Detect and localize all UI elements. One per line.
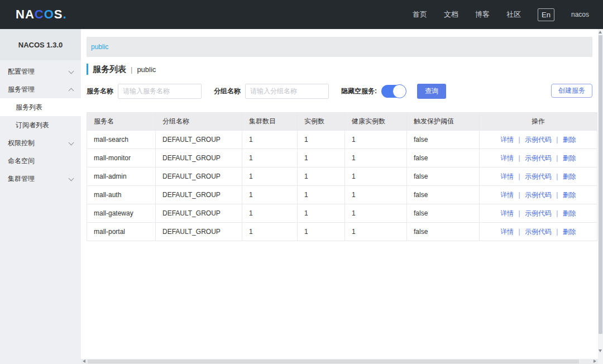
column-header-服务名: 服务名 (87, 113, 156, 131)
sidebar-subitem-订阅者列表[interactable]: 订阅者列表 (0, 116, 81, 134)
cell-instances: 1 (298, 131, 345, 149)
sidebar-item-label: 服务管理 (8, 85, 35, 94)
table-row-mall-admin: mall-adminDEFAULT_GROUP111false详情 | 示例代码… (87, 167, 597, 186)
create-service-button[interactable]: 创建服务 (551, 84, 592, 98)
cell-instances: 1 (298, 223, 345, 241)
table-row-mall-gateway: mall-gatewayDEFAULT_GROUP111false详情 | 示例… (87, 204, 597, 223)
action-删除[interactable]: 删除 (563, 173, 576, 180)
logo-text-na: NA (16, 7, 35, 21)
cell-healthy: 1 (345, 223, 407, 241)
scroll-down-arrow-icon[interactable] (599, 349, 602, 352)
hide-empty-toggle[interactable] (381, 85, 405, 98)
action-示例代码[interactable]: 示例代码 (525, 136, 552, 143)
action-separator: | (516, 173, 522, 180)
main-content: public 服务列表 | public 服务名称 分组名称 隐藏空服务: 查询… (81, 29, 598, 359)
cell-actions: 详情 | 示例代码 | 删除 (480, 186, 597, 204)
sidebar-menu: 配置管理服务管理服务列表订阅者列表权限控制命名空间集群管理 (0, 60, 81, 188)
action-示例代码[interactable]: 示例代码 (525, 154, 552, 162)
action-删除[interactable]: 删除 (563, 209, 576, 217)
action-详情[interactable]: 详情 (500, 173, 514, 180)
cell-group: DEFAULT_GROUP (156, 149, 242, 167)
cell-protect: false (407, 223, 480, 241)
action-详情[interactable]: 详情 (500, 228, 514, 236)
service-name-label: 服务名称 (87, 87, 113, 96)
action-删除[interactable]: 删除 (563, 136, 576, 143)
table-header-row: 服务名分组名称集群数目实例数健康实例数触发保护阈值操作 (87, 113, 597, 131)
sidebar-item-label: 配置管理 (8, 67, 35, 76)
group-name-input[interactable] (245, 84, 329, 99)
cell-actions: 详情 | 示例代码 | 删除 (480, 223, 597, 241)
topnav-link-文档[interactable]: 文档 (444, 9, 458, 20)
sidebar-item-服务管理[interactable]: 服务管理 (0, 80, 81, 98)
cell-group: DEFAULT_GROUP (156, 186, 242, 204)
hide-empty-label: 隐藏空服务: (341, 87, 377, 96)
nacos-logo[interactable]: NACOS. (16, 7, 67, 22)
action-示例代码[interactable]: 示例代码 (525, 191, 552, 199)
page-header: 服务列表 | public (87, 63, 592, 76)
vertical-scrollbar[interactable] (598, 29, 603, 359)
action-separator: | (516, 209, 522, 217)
namespace-item-public[interactable]: public (91, 43, 108, 51)
cell-clusters: 1 (242, 131, 298, 149)
cell-healthy: 1 (345, 149, 407, 167)
column-header-实例数: 实例数 (298, 113, 345, 131)
column-header-集群数目: 集群数目 (242, 113, 298, 131)
service-name-input[interactable] (118, 84, 202, 99)
cell-protect: false (407, 186, 480, 204)
action-示例代码[interactable]: 示例代码 (525, 173, 552, 180)
sidebar-item-权限控制[interactable]: 权限控制 (0, 134, 81, 152)
topnav-link-博客[interactable]: 博客 (475, 9, 490, 20)
language-toggle[interactable]: En (538, 8, 554, 21)
sidebar-subitem-服务列表[interactable]: 服务列表 (0, 98, 81, 116)
action-删除[interactable]: 删除 (563, 191, 576, 199)
topnav: NACOS. 首页文档博客社区 En nacos (0, 0, 603, 29)
action-详情[interactable]: 详情 (500, 136, 514, 143)
sidebar-item-命名空间[interactable]: 命名空间 (0, 152, 81, 170)
vertical-scrollbar-thumb[interactable] (599, 35, 602, 334)
page-title: 服务列表 (93, 64, 126, 75)
group-name-label: 分组名称 (214, 87, 241, 96)
topnav-link-社区[interactable]: 社区 (506, 9, 521, 20)
cell-instances: 1 (298, 149, 345, 167)
column-header-触发保护阈值: 触发保护阈值 (407, 113, 480, 131)
cell-clusters: 1 (242, 186, 298, 204)
action-示例代码[interactable]: 示例代码 (525, 228, 552, 236)
sidebar-item-配置管理[interactable]: 配置管理 (0, 63, 81, 80)
cell-protect: false (407, 204, 480, 223)
horizontal-scrollbar[interactable] (81, 359, 598, 364)
action-详情[interactable]: 详情 (500, 154, 514, 162)
action-详情[interactable]: 详情 (500, 209, 514, 217)
username[interactable]: nacos (571, 11, 589, 18)
cell-service: mall-monitor (87, 149, 156, 167)
query-button[interactable]: 查询 (417, 84, 446, 99)
cell-actions: 详情 | 示例代码 | 删除 (480, 131, 597, 149)
cell-healthy: 1 (345, 204, 407, 223)
cell-protect: false (407, 131, 480, 149)
topnav-link-首页[interactable]: 首页 (413, 9, 427, 20)
cell-healthy: 1 (345, 167, 407, 186)
scroll-up-arrow-icon[interactable] (599, 31, 602, 33)
chevron-down-icon (69, 176, 74, 181)
action-示例代码[interactable]: 示例代码 (525, 209, 552, 217)
action-separator: | (554, 154, 560, 162)
action-separator: | (554, 173, 560, 180)
title-separator: | (131, 65, 132, 74)
action-separator: | (516, 228, 522, 236)
action-详情[interactable]: 详情 (500, 191, 514, 199)
cell-protect: false (407, 149, 480, 167)
sidebar-subitem-label: 服务列表 (16, 103, 42, 112)
horizontal-scrollbar-thumb[interactable] (88, 360, 579, 363)
action-separator: | (554, 209, 560, 217)
sidebar-item-label: 集群管理 (8, 174, 35, 184)
scrollbar-corner (598, 359, 603, 364)
cell-healthy: 1 (345, 186, 407, 204)
sidebar-item-label: 命名空间 (8, 156, 35, 166)
logo-text-s: S (54, 7, 63, 21)
cell-clusters: 1 (242, 223, 298, 241)
chevron-down-icon (69, 69, 74, 74)
sidebar-item-集群管理[interactable]: 集群管理 (0, 170, 81, 188)
scroll-right-arrow-icon[interactable] (594, 360, 596, 363)
action-删除[interactable]: 删除 (563, 228, 576, 236)
scroll-left-arrow-icon[interactable] (83, 360, 85, 363)
action-删除[interactable]: 删除 (563, 154, 576, 162)
